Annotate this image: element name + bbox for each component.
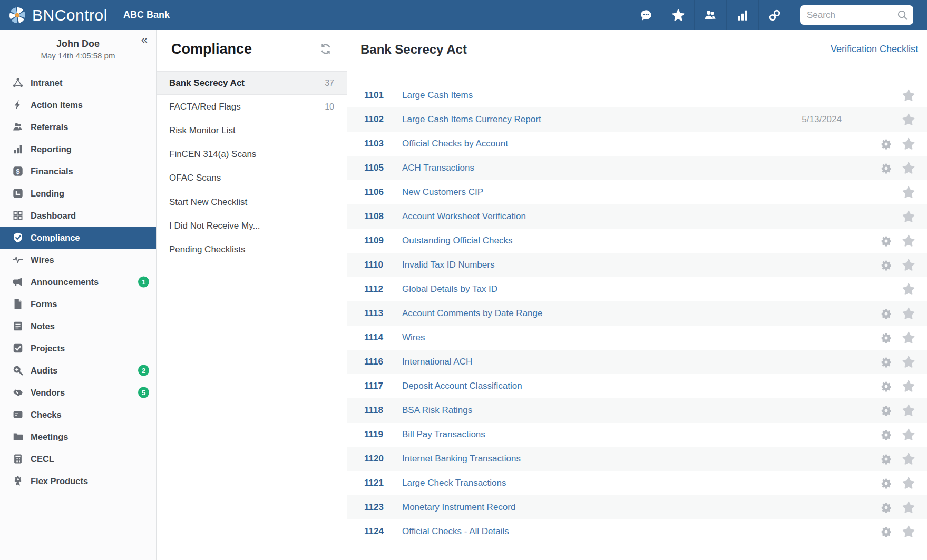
report-title-link[interactable]: Bill Pay Transactions [402,429,875,440]
star-icon[interactable] [902,476,915,490]
favorites-button[interactable] [662,0,694,30]
reports-button[interactable] [726,0,758,30]
report-title-link[interactable]: Large Cash Items [402,90,875,101]
star-icon[interactable] [902,452,915,466]
report-title-link[interactable]: Deposit Account Classification [402,381,875,391]
report-number-link[interactable]: 1109 [364,235,402,246]
report-number-link[interactable]: 1110 [364,260,402,270]
star-icon[interactable] [902,137,915,151]
report-title-link[interactable]: Account Comments by Date Range [402,308,875,319]
star-icon[interactable] [902,331,915,345]
action-i-did-not-receive-my[interactable]: I Did Not Receive My... [157,214,347,238]
report-title-link[interactable]: Invalid Tax ID Numbers [402,260,875,270]
report-number-link[interactable]: 1123 [364,502,402,513]
sidebar-item-intranet[interactable]: Intranet [0,72,156,94]
gear-icon[interactable] [881,526,892,537]
star-icon[interactable] [902,113,915,126]
star-icon[interactable] [902,379,915,393]
report-title-link[interactable]: Official Checks by Account [402,139,875,149]
report-title-link[interactable]: Global Details by Tax ID [402,284,875,294]
star-icon[interactable] [902,500,915,514]
gear-icon[interactable] [881,308,892,319]
report-number-link[interactable]: 1118 [364,405,402,416]
star-icon[interactable] [902,525,915,538]
star-icon[interactable] [902,282,915,296]
users-button[interactable] [694,0,726,30]
gear-icon[interactable] [881,502,892,513]
panel-item-bank-secrecy-act[interactable]: Bank Secrecy Act 37 [157,71,347,95]
links-button[interactable] [758,0,791,30]
star-icon[interactable] [902,307,915,320]
star-icon[interactable] [902,210,915,223]
sidebar-item-dashboard[interactable]: Dashboard [0,204,156,227]
star-icon[interactable] [902,258,915,272]
gear-icon[interactable] [881,478,892,489]
gear-icon[interactable] [881,235,892,247]
gear-icon[interactable] [881,454,892,465]
report-number-link[interactable]: 1113 [364,308,402,319]
gear-icon[interactable] [881,260,892,271]
star-icon[interactable] [902,161,915,175]
star-icon[interactable] [902,355,915,369]
report-title-link[interactable]: BSA Risk Ratings [402,405,875,416]
star-icon[interactable] [902,234,915,248]
report-number-link[interactable]: 1119 [364,429,402,440]
action-start-new-checklist[interactable]: Start New Checklist [157,190,347,214]
action-pending-checklists[interactable]: Pending Checklists [157,238,347,261]
report-title-link[interactable]: Large Cash Items Currency Report [402,114,802,125]
sidebar-item-wires[interactable]: Wires [0,249,156,271]
gear-icon[interactable] [881,357,892,368]
report-title-link[interactable]: International ACH [402,357,875,367]
star-icon[interactable] [902,404,915,417]
report-number-link[interactable]: 1114 [364,332,402,343]
panel-item-risk-monitor-list[interactable]: Risk Monitor List [157,119,347,142]
sidebar-item-referrals[interactable]: Referrals [0,116,156,138]
report-title-link[interactable]: ACH Transactions [402,163,875,173]
report-title-link[interactable]: Account Worksheet Verification [402,211,875,222]
report-title-link[interactable]: Outstanding Official Checks [402,235,875,246]
panel-item-facta-red-flags[interactable]: FACTA/Red Flags 10 [157,95,347,119]
gear-icon[interactable] [881,405,892,416]
report-number-link[interactable]: 1124 [364,526,402,537]
report-title-link[interactable]: Official Checks - All Details [402,526,875,537]
report-number-link[interactable]: 1120 [364,454,402,464]
report-number-link[interactable]: 1117 [364,381,402,391]
report-number-link[interactable]: 1116 [364,357,402,367]
gear-icon[interactable] [881,163,892,174]
sidebar-item-meetings[interactable]: Meetings [0,426,156,448]
report-title-link[interactable]: New Customers CIP [402,187,875,198]
sidebar-item-projects[interactable]: Projects [0,337,156,359]
sidebar-item-financials[interactable]: $ Financials [0,160,156,182]
search-icon[interactable] [896,9,909,21]
sidebar-item-forms[interactable]: Forms [0,293,156,315]
report-number-link[interactable]: 1102 [364,114,402,125]
report-number-link[interactable]: 1106 [364,187,402,198]
report-title-link[interactable]: Wires [402,332,875,343]
sidebar-item-flex-products[interactable]: Flex Products [0,470,156,492]
gear-icon[interactable] [881,429,892,440]
sidebar-item-cecl[interactable]: CECL [0,448,156,470]
report-number-link[interactable]: 1108 [364,211,402,222]
report-title-link[interactable]: Monetary Instrument Record [402,502,875,513]
gear-icon[interactable] [881,139,892,150]
panel-item-fincen-314a-scans[interactable]: FinCEN 314(a) Scans [157,142,347,166]
sidebar-item-checks[interactable]: Checks [0,404,156,426]
sidebar-item-action-items[interactable]: Action Items [0,94,156,116]
sidebar-item-lending[interactable]: Lending [0,182,156,204]
star-icon[interactable] [902,89,915,102]
chat-button[interactable] [630,0,662,30]
sidebar-collapse-button[interactable]: « [141,34,148,46]
panel-item-ofac-scans[interactable]: OFAC Scans [157,166,347,190]
report-title-link[interactable]: Internet Banking Transactions [402,454,875,464]
sidebar-item-notes[interactable]: Notes [0,315,156,337]
report-title-link[interactable]: Large Check Transactions [402,478,875,488]
report-number-link[interactable]: 1103 [364,139,402,149]
gear-icon[interactable] [881,381,892,392]
app-logo[interactable]: BNControl [7,5,108,25]
verification-checklist-link[interactable]: Verification Checklist [831,44,918,55]
report-number-link[interactable]: 1105 [364,163,402,173]
gear-icon[interactable] [881,332,892,343]
report-number-link[interactable]: 1121 [364,478,402,488]
star-icon[interactable] [902,428,915,441]
sidebar-item-vendors[interactable]: Vendors 5 [0,381,156,404]
